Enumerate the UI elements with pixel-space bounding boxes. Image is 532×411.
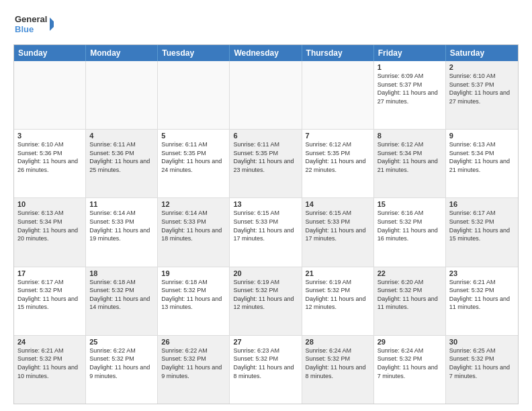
cell-day-4: 4Sunrise: 6:11 AM Sunset: 5:36 PM Daylig… (86, 130, 158, 197)
calendar-row-3: 10Sunrise: 6:13 AM Sunset: 5:34 PM Dayli… (14, 197, 518, 266)
day-number: 27 (233, 338, 298, 346)
cell-day-2: 2Sunrise: 6:10 AM Sunset: 5:37 PM Daylig… (446, 61, 518, 129)
day-number: 30 (449, 338, 515, 346)
calendar-header: SundayMondayTuesdayWednesdayThursdayFrid… (14, 45, 518, 61)
day-number: 29 (378, 338, 442, 346)
day-number: 24 (17, 338, 82, 346)
cell-info: Sunrise: 6:19 AM Sunset: 5:32 PM Dayligh… (306, 278, 370, 312)
day-number: 23 (449, 269, 515, 277)
cell-info: Sunrise: 6:10 AM Sunset: 5:36 PM Dayligh… (17, 140, 82, 174)
cell-info: Sunrise: 6:15 AM Sunset: 5:33 PM Dayligh… (306, 209, 370, 242)
day-number: 22 (378, 269, 442, 277)
cell-info: Sunrise: 6:22 AM Sunset: 5:32 PM Dayligh… (161, 347, 226, 380)
cell-empty (158, 61, 230, 129)
day-number: 26 (161, 338, 226, 346)
cell-info: Sunrise: 6:18 AM Sunset: 5:32 PM Dayligh… (161, 278, 226, 312)
day-number: 10 (17, 200, 82, 208)
cell-info: Sunrise: 6:20 AM Sunset: 5:32 PM Dayligh… (378, 278, 442, 312)
cell-info: Sunrise: 6:21 AM Sunset: 5:32 PM Dayligh… (449, 278, 515, 312)
cell-info: Sunrise: 6:11 AM Sunset: 5:35 PM Dayligh… (233, 140, 298, 174)
day-number: 28 (306, 338, 370, 346)
day-number: 25 (89, 338, 154, 346)
day-number: 13 (233, 200, 298, 208)
cell-info: Sunrise: 6:25 AM Sunset: 5:32 PM Dayligh… (449, 347, 515, 380)
cell-day-15: 15Sunrise: 6:16 AM Sunset: 5:32 PM Dayli… (374, 198, 446, 266)
header-cell-friday: Friday (374, 45, 446, 61)
cell-info: Sunrise: 6:11 AM Sunset: 5:35 PM Dayligh… (161, 140, 226, 174)
cell-info: Sunrise: 6:14 AM Sunset: 5:33 PM Dayligh… (89, 209, 154, 242)
cell-day-26: 26Sunrise: 6:22 AM Sunset: 5:32 PM Dayli… (158, 336, 230, 404)
day-number: 4 (89, 132, 154, 140)
cell-info: Sunrise: 6:23 AM Sunset: 5:32 PM Dayligh… (233, 347, 298, 380)
day-number: 11 (89, 200, 154, 208)
cell-day-8: 8Sunrise: 6:12 AM Sunset: 5:34 PM Daylig… (374, 130, 446, 197)
cell-day-10: 10Sunrise: 6:13 AM Sunset: 5:34 PM Dayli… (14, 198, 86, 266)
header-cell-monday: Monday (86, 45, 158, 61)
cell-day-14: 14Sunrise: 6:15 AM Sunset: 5:33 PM Dayli… (302, 198, 374, 266)
cell-info: Sunrise: 6:16 AM Sunset: 5:32 PM Dayligh… (378, 209, 442, 242)
cell-info: Sunrise: 6:12 AM Sunset: 5:35 PM Dayligh… (306, 140, 370, 174)
cell-empty (302, 61, 374, 129)
cell-empty (230, 61, 302, 129)
day-number: 21 (306, 269, 370, 277)
cell-info: Sunrise: 6:17 AM Sunset: 5:32 PM Dayligh… (17, 278, 82, 312)
logo-svg: General Blue (13, 11, 54, 38)
cell-info: Sunrise: 6:13 AM Sunset: 5:34 PM Dayligh… (17, 209, 82, 242)
header-cell-thursday: Thursday (302, 45, 374, 61)
header-cell-wednesday: Wednesday (230, 45, 302, 61)
cell-info: Sunrise: 6:22 AM Sunset: 5:32 PM Dayligh… (89, 347, 154, 380)
logo: General Blue (13, 11, 54, 38)
cell-day-28: 28Sunrise: 6:24 AM Sunset: 5:32 PM Dayli… (302, 336, 374, 404)
cell-day-20: 20Sunrise: 6:19 AM Sunset: 5:32 PM Dayli… (230, 267, 302, 335)
cell-info: Sunrise: 6:11 AM Sunset: 5:36 PM Dayligh… (89, 140, 154, 174)
calendar-row-1: 1Sunrise: 6:09 AM Sunset: 5:37 PM Daylig… (14, 61, 518, 129)
header: General Blue (13, 11, 519, 38)
cell-info: Sunrise: 6:09 AM Sunset: 5:37 PM Dayligh… (378, 72, 442, 105)
calendar-row-4: 17Sunrise: 6:17 AM Sunset: 5:32 PM Dayli… (14, 267, 518, 335)
day-number: 19 (161, 269, 226, 277)
day-number: 3 (17, 132, 82, 140)
day-number: 12 (161, 200, 226, 208)
calendar-body: 1Sunrise: 6:09 AM Sunset: 5:37 PM Daylig… (14, 61, 518, 404)
page: General Blue SundayMondayTuesdayWednesda… (0, 0, 532, 411)
cell-day-11: 11Sunrise: 6:14 AM Sunset: 5:33 PM Dayli… (86, 198, 158, 266)
day-number: 15 (378, 200, 442, 208)
cell-day-21: 21Sunrise: 6:19 AM Sunset: 5:32 PM Dayli… (302, 267, 374, 335)
day-number: 7 (306, 132, 370, 140)
header-cell-tuesday: Tuesday (158, 45, 230, 61)
day-number: 5 (161, 132, 226, 140)
cell-day-29: 29Sunrise: 6:24 AM Sunset: 5:32 PM Dayli… (374, 336, 446, 404)
cell-day-1: 1Sunrise: 6:09 AM Sunset: 5:37 PM Daylig… (374, 61, 446, 129)
calendar-row-5: 24Sunrise: 6:21 AM Sunset: 5:32 PM Dayli… (14, 335, 518, 404)
cell-info: Sunrise: 6:12 AM Sunset: 5:34 PM Dayligh… (378, 140, 442, 174)
day-number: 8 (378, 132, 442, 140)
cell-empty (86, 61, 158, 129)
cell-day-6: 6Sunrise: 6:11 AM Sunset: 5:35 PM Daylig… (230, 130, 302, 197)
cell-info: Sunrise: 6:17 AM Sunset: 5:32 PM Dayligh… (449, 209, 515, 242)
day-number: 1 (378, 63, 442, 71)
day-number: 6 (233, 132, 298, 140)
header-cell-sunday: Sunday (14, 45, 86, 61)
svg-text:General: General (15, 14, 47, 24)
header-cell-saturday: Saturday (446, 45, 518, 61)
cell-day-7: 7Sunrise: 6:12 AM Sunset: 5:35 PM Daylig… (302, 130, 374, 197)
cell-day-12: 12Sunrise: 6:14 AM Sunset: 5:33 PM Dayli… (158, 198, 230, 266)
day-number: 9 (449, 132, 515, 140)
cell-day-18: 18Sunrise: 6:18 AM Sunset: 5:32 PM Dayli… (86, 267, 158, 335)
cell-info: Sunrise: 6:24 AM Sunset: 5:32 PM Dayligh… (378, 347, 442, 380)
day-number: 20 (233, 269, 298, 277)
cell-day-17: 17Sunrise: 6:17 AM Sunset: 5:32 PM Dayli… (14, 267, 86, 335)
cell-day-23: 23Sunrise: 6:21 AM Sunset: 5:32 PM Dayli… (446, 267, 518, 335)
day-number: 2 (449, 63, 515, 71)
calendar: SundayMondayTuesdayWednesdayThursdayFrid… (13, 44, 519, 404)
cell-info: Sunrise: 6:13 AM Sunset: 5:34 PM Dayligh… (449, 140, 515, 174)
cell-info: Sunrise: 6:15 AM Sunset: 5:33 PM Dayligh… (233, 209, 298, 242)
cell-info: Sunrise: 6:19 AM Sunset: 5:32 PM Dayligh… (233, 278, 298, 312)
cell-day-22: 22Sunrise: 6:20 AM Sunset: 5:32 PM Dayli… (374, 267, 446, 335)
cell-info: Sunrise: 6:14 AM Sunset: 5:33 PM Dayligh… (161, 209, 226, 242)
cell-empty (14, 61, 86, 129)
day-number: 17 (17, 269, 82, 277)
cell-day-5: 5Sunrise: 6:11 AM Sunset: 5:35 PM Daylig… (158, 130, 230, 197)
cell-day-3: 3Sunrise: 6:10 AM Sunset: 5:36 PM Daylig… (14, 130, 86, 197)
cell-day-24: 24Sunrise: 6:21 AM Sunset: 5:32 PM Dayli… (14, 336, 86, 404)
